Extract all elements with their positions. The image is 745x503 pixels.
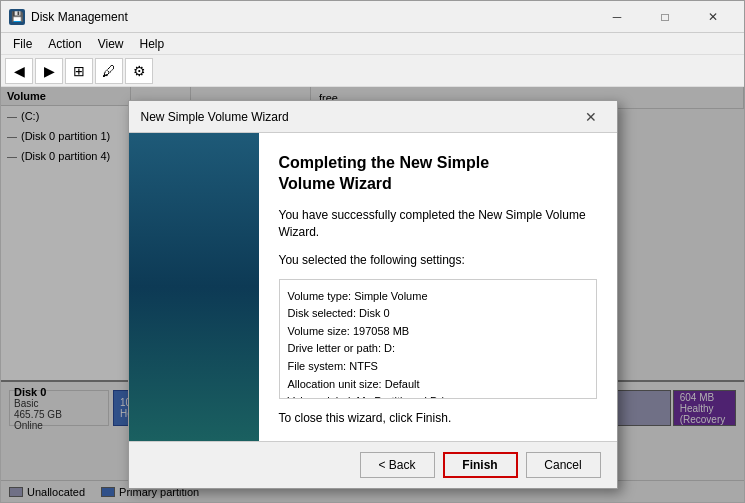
dialog-close-button[interactable]: ✕ — [577, 105, 605, 129]
dialog-title-bar: New Simple Volume Wizard ✕ — [129, 101, 617, 133]
setting-drive-letter: Drive letter or path: D: — [288, 340, 588, 358]
dialog-sidebar — [129, 133, 259, 440]
dialog-content: Completing the New SimpleVolume Wizard Y… — [259, 133, 617, 440]
forward-button[interactable]: ▶ — [35, 58, 63, 84]
dialog-description: You have successfully completed the New … — [279, 207, 597, 241]
content-area: Volume — (C:) — (Disk 0 partition 1) — (… — [1, 87, 744, 502]
dialog-body: Completing the New SimpleVolume Wizard Y… — [129, 133, 617, 440]
wizard-dialog: New Simple Volume Wizard ✕ Completing th… — [128, 100, 618, 488]
minimize-button[interactable]: ─ — [594, 3, 640, 31]
app-icon: 💾 — [9, 9, 25, 25]
setting-file-system: File system: NTFS — [288, 358, 588, 376]
setting-volume-size: Volume size: 197058 MB — [288, 323, 588, 341]
dialog-heading: Completing the New SimpleVolume Wizard — [279, 153, 597, 195]
dialog-title: New Simple Volume Wizard — [141, 110, 577, 124]
menu-help[interactable]: Help — [132, 35, 173, 53]
cancel-wizard-button[interactable]: Cancel — [526, 452, 601, 478]
setting-volume-label: Volume label: My Partitioned Drive — [288, 393, 588, 398]
window-controls: ─ □ ✕ — [594, 3, 736, 31]
title-bar: 💾 Disk Management ─ □ ✕ — [1, 1, 744, 33]
toolbar: ◀ ▶ ⊞ 🖊 ⚙ — [1, 55, 744, 87]
toolbar-btn-5[interactable]: ⚙ — [125, 58, 153, 84]
setting-volume-type: Volume type: Simple Volume — [288, 288, 588, 306]
dialog-footer: < Back Finish Cancel — [129, 441, 617, 488]
dialog-overlay: New Simple Volume Wizard ✕ Completing th… — [1, 87, 744, 502]
main-window: 💾 Disk Management ─ □ ✕ File Action View… — [0, 0, 745, 503]
menu-bar: File Action View Help — [1, 33, 744, 55]
close-button[interactable]: ✕ — [690, 3, 736, 31]
back-button[interactable]: ◀ — [5, 58, 33, 84]
menu-view[interactable]: View — [90, 35, 132, 53]
toolbar-btn-4[interactable]: 🖊 — [95, 58, 123, 84]
dialog-finish-note: To close this wizard, click Finish. — [279, 411, 597, 425]
finish-button[interactable]: Finish — [443, 452, 518, 478]
dialog-settings-label: You selected the following settings: — [279, 253, 597, 267]
maximize-button[interactable]: □ — [642, 3, 688, 31]
back-wizard-button[interactable]: < Back — [360, 452, 435, 478]
dialog-settings-box[interactable]: Volume type: Simple Volume Disk selected… — [279, 279, 597, 399]
setting-alloc-unit: Allocation unit size: Default — [288, 376, 588, 394]
menu-file[interactable]: File — [5, 35, 40, 53]
window-title: Disk Management — [31, 10, 594, 24]
setting-disk: Disk selected: Disk 0 — [288, 305, 588, 323]
toolbar-btn-3[interactable]: ⊞ — [65, 58, 93, 84]
menu-action[interactable]: Action — [40, 35, 89, 53]
